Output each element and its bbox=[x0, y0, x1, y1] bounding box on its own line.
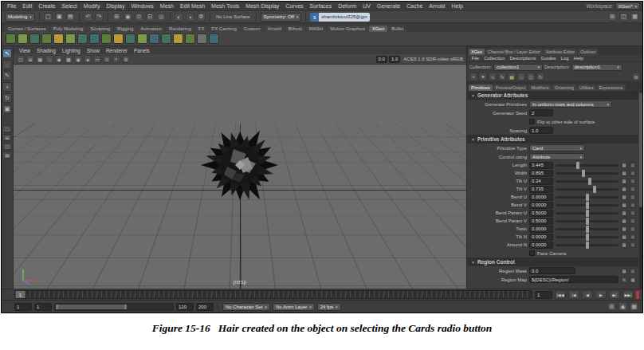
tab-attribute-editor[interactable]: Attribute Editor bbox=[544, 49, 577, 55]
menu-uv[interactable]: UV bbox=[359, 3, 374, 9]
lighting-icon[interactable] bbox=[74, 55, 82, 63]
flip-checkbox[interactable] bbox=[529, 119, 535, 124]
generator-seed-field[interactable]: 2 bbox=[529, 109, 553, 116]
menu-create[interactable]: Create bbox=[35, 3, 58, 9]
ipr-render-icon[interactable] bbox=[186, 13, 194, 22]
aa-toggle-icon[interactable] bbox=[103, 55, 111, 63]
step-forward-button[interactable]: ▶| bbox=[609, 290, 620, 299]
control-using-select[interactable]: Attribute bbox=[529, 153, 585, 160]
panel-scrollbar[interactable] bbox=[639, 91, 642, 289]
account-widget[interactable]: s shamlicktool325@gm bbox=[310, 13, 369, 22]
snap-view-icon[interactable] bbox=[157, 13, 166, 22]
bend-param-v-field[interactable]: 0.5000 bbox=[529, 218, 553, 225]
xgen-menu-help[interactable]: Help bbox=[571, 56, 585, 61]
region-mask-field[interactable]: 0.0 bbox=[529, 267, 575, 274]
shelf-icon[interactable] bbox=[65, 33, 76, 44]
region-map-field[interactable]: ${DESC}/Region/ bbox=[529, 276, 618, 283]
bend-param-u-field[interactable]: 0.5000 bbox=[529, 210, 553, 217]
go-to-end-button[interactable]: ▶▶| bbox=[622, 290, 634, 299]
preview-icon[interactable] bbox=[527, 73, 535, 81]
shelf-icon[interactable] bbox=[89, 33, 100, 44]
slider-handle[interactable] bbox=[586, 210, 589, 217]
tilt-v-field[interactable]: 0.735 bbox=[529, 186, 553, 193]
xgen-settings-icon[interactable] bbox=[632, 73, 640, 81]
menu-mesh[interactable]: Mesh bbox=[157, 3, 177, 9]
snap-curve-icon[interactable] bbox=[124, 13, 132, 22]
xgen-tab-grooming[interactable]: Grooming bbox=[552, 85, 576, 91]
shelf-tab-bullet[interactable]: Bullet bbox=[388, 26, 406, 32]
wireframe-icon[interactable] bbox=[45, 55, 53, 63]
menu-mesh-display[interactable]: Mesh Display bbox=[242, 3, 282, 9]
shelf-icon[interactable] bbox=[137, 33, 147, 44]
menu-display[interactable]: Display bbox=[103, 3, 128, 9]
slider-handle[interactable] bbox=[586, 242, 589, 249]
shelf-icon[interactable] bbox=[185, 33, 195, 44]
xgen-tab-expressions[interactable]: Expressions bbox=[597, 85, 626, 91]
scrollbar-thumb[interactable] bbox=[639, 92, 642, 207]
xgen-menu-collection[interactable]: Collection bbox=[482, 56, 507, 61]
shelf-icon[interactable] bbox=[113, 33, 124, 44]
tab-xgen[interactable]: XGen bbox=[469, 49, 485, 55]
rotate-tool-icon[interactable]: ↻ bbox=[2, 93, 12, 103]
expression-button[interactable] bbox=[630, 186, 636, 192]
menu-curves[interactable]: Curves bbox=[282, 3, 306, 9]
shelf-tab-xgen[interactable]: XGen bbox=[369, 26, 387, 32]
lasso-tool-icon[interactable]: ◌ bbox=[2, 60, 12, 69]
textured-icon[interactable] bbox=[65, 55, 73, 63]
add-collection-icon[interactable] bbox=[479, 73, 487, 81]
expression-button[interactable] bbox=[630, 210, 636, 216]
tilt-n-field[interactable]: 0.0000 bbox=[529, 234, 553, 241]
slider-handle[interactable] bbox=[586, 202, 589, 209]
toggle-mesh-icon[interactable] bbox=[508, 73, 516, 81]
playback-start-field[interactable]: 1 bbox=[34, 303, 52, 311]
shelf-tab-rendering[interactable]: Rendering bbox=[166, 26, 194, 32]
edit-map-button[interactable] bbox=[621, 277, 627, 283]
shelf-icon[interactable] bbox=[6, 33, 16, 44]
auto-keyframe-icon[interactable] bbox=[618, 302, 627, 311]
shaded-icon[interactable] bbox=[55, 55, 63, 63]
shelf-tab-fx-caching[interactable]: FX Caching bbox=[208, 26, 239, 32]
xgen-tab-primitives[interactable]: Primitives bbox=[469, 85, 493, 91]
animation-start-field[interactable]: 1 bbox=[14, 303, 32, 311]
scale-tool-icon[interactable]: ▣ bbox=[2, 104, 12, 114]
face-camera-checkbox[interactable] bbox=[529, 250, 535, 256]
map-button[interactable] bbox=[621, 194, 627, 200]
layout-single-pane-icon[interactable]: ▢ bbox=[2, 125, 12, 132]
shelf-tab-custom[interactable]: Custom bbox=[241, 26, 264, 32]
map-button[interactable] bbox=[621, 234, 627, 240]
redo-icon[interactable] bbox=[95, 13, 104, 22]
menu-surfaces[interactable]: Surfaces bbox=[307, 3, 336, 9]
sculpt-guides-icon[interactable] bbox=[498, 73, 506, 81]
map-button[interactable] bbox=[621, 210, 627, 216]
menu-generate[interactable]: Generate bbox=[374, 3, 403, 9]
menu-cache[interactable]: Cache bbox=[403, 3, 426, 9]
bookmark-icon[interactable] bbox=[636, 291, 639, 299]
live-surface-indicator[interactable]: No Live Surface bbox=[214, 14, 252, 19]
tilt-u-field[interactable]: 0.24 bbox=[529, 178, 553, 185]
expression-button[interactable] bbox=[630, 178, 636, 184]
expression-button[interactable] bbox=[630, 242, 636, 248]
menu-deform[interactable]: Deform bbox=[335, 3, 359, 9]
menu-edit[interactable]: Edit bbox=[19, 3, 35, 9]
shelf-icon[interactable] bbox=[41, 33, 52, 44]
open-scene-icon[interactable] bbox=[55, 13, 64, 22]
section-region-control[interactable]: Region Control bbox=[467, 258, 638, 266]
current-frame-marker[interactable]: 1 bbox=[16, 291, 25, 298]
bend-v-field[interactable]: 0.0000 bbox=[529, 202, 553, 209]
layout-outliner-icon[interactable]: ▤ bbox=[2, 151, 12, 159]
bend-v-slider[interactable] bbox=[556, 204, 618, 206]
slider-handle[interactable] bbox=[593, 186, 596, 193]
vp-menu-renderer[interactable]: Renderer bbox=[104, 48, 130, 53]
render-settings-icon[interactable] bbox=[197, 13, 206, 22]
menu-file[interactable]: File bbox=[4, 3, 19, 9]
anim-layer-selector[interactable]: No Anim Layer bbox=[273, 303, 315, 311]
snap-plane-icon[interactable] bbox=[146, 13, 155, 22]
animation-end-field[interactable]: 200 bbox=[196, 303, 214, 311]
map-button[interactable] bbox=[621, 202, 627, 208]
menu-select[interactable]: Select bbox=[58, 3, 80, 9]
bend-param-v-slider[interactable] bbox=[556, 220, 618, 222]
isolate-select-icon[interactable] bbox=[36, 55, 44, 63]
new-scene-icon[interactable] bbox=[44, 13, 53, 22]
map-button[interactable] bbox=[621, 178, 627, 184]
generate-primitives-select[interactable]: In uniform rows and columns bbox=[529, 100, 612, 108]
